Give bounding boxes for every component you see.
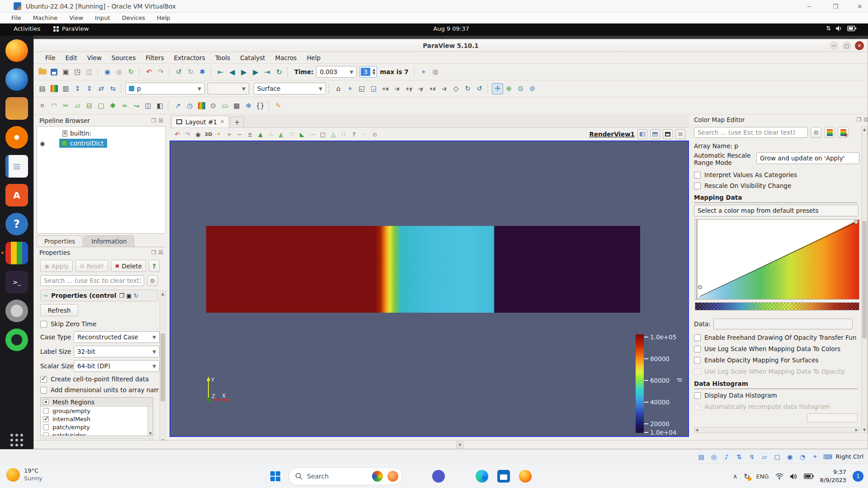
properties-scrollbar[interactable]: ▲▼ [160, 291, 166, 444]
view-name-label[interactable]: RenderView1 [590, 131, 635, 138]
paraview-menu-item[interactable]: Tools [210, 54, 235, 61]
pick-center-icon[interactable]: ⊘ [527, 83, 538, 94]
taskbar-explorer-icon[interactable] [408, 467, 426, 485]
save-preset-icon[interactable]: e [838, 127, 849, 138]
colormap-search-input[interactable] [694, 127, 808, 138]
first-frame-icon[interactable]: ⇤ [215, 66, 226, 78]
dock-files-icon[interactable] [5, 97, 28, 120]
zoom-closest-icon[interactable]: ◲ [368, 83, 379, 94]
auto-recompute-checkbox[interactable]: Automatically recompute data histogram [694, 403, 830, 410]
auto-apply-icon[interactable]: ✱ [197, 66, 208, 78]
vbox-menu-item[interactable]: Help [151, 14, 176, 21]
freehand-drawing-checkbox[interactable]: Enable Freehand Drawing Of Opacity Trans… [694, 334, 856, 341]
vbox-menu-item[interactable]: Input [89, 14, 116, 21]
taskbar-documents-icon[interactable] [451, 467, 469, 485]
refresh-button[interactable]: Refresh [40, 304, 78, 316]
dock-help-icon[interactable]: ? [5, 213, 28, 235]
show-center-icon[interactable]: ⊕ [503, 83, 514, 94]
help-button[interactable]: ? [149, 260, 160, 272]
close-tab-icon[interactable]: ✕ [220, 119, 224, 125]
vm-usb-icon[interactable]: ↯ [748, 452, 756, 461]
paraview-menu-item[interactable]: Macros [270, 54, 302, 61]
reset-camera-closest-icon[interactable]: ◱ [356, 83, 368, 94]
reset-button[interactable]: ⊘Reset [75, 260, 108, 272]
taskbar-firefox-icon[interactable] [516, 467, 534, 485]
temporal-interpolator-icon[interactable]: ❄ [243, 100, 254, 111]
vm-keyboard-icon[interactable]: ⌨ [824, 452, 832, 461]
vm-network-icon[interactable]: ⇅ [735, 452, 744, 461]
vm-shared-folders-icon[interactable]: ▱ [760, 452, 769, 461]
dock-software-icon[interactable]: A [5, 184, 28, 206]
vm-display-icon[interactable]: ▢ [773, 452, 782, 461]
rescale-to-data-icon[interactable]: ↕ [72, 83, 83, 94]
view-minus-y-icon[interactable]: -y [415, 83, 426, 94]
view-plus-x-icon[interactable]: +x [380, 83, 391, 94]
layout-tab[interactable]: Layout #1 ✕ [171, 116, 229, 127]
gear-icon[interactable]: ⚙ [147, 275, 158, 286]
color-array-combo[interactable]: p ▼ [125, 83, 205, 94]
vbox-maximize-button[interactable]: ❐ [831, 2, 840, 11]
dock-paraview-icon[interactable] [5, 242, 28, 264]
clear-selection-icon[interactable]: ⊘ [370, 129, 380, 139]
toggle-selection-icon[interactable]: ± [245, 129, 255, 139]
connect-icon[interactable]: ◉ [102, 66, 113, 78]
visibility-eye-icon[interactable]: ◉ [40, 140, 45, 147]
rotate-90-ccw-icon[interactable]: ↺ [474, 83, 485, 94]
paraview-menu-item[interactable]: Edit [61, 54, 82, 61]
properties-search-input[interactable] [40, 275, 144, 286]
dimensional-units-checkbox[interactable]: Add dimensional units to array nam [40, 386, 159, 394]
select-points-frustum-icon[interactable]: ∵ [287, 129, 297, 139]
mesh-list-scrollbar[interactable]: ▼ [147, 407, 153, 436]
disconnect-icon[interactable]: ◎ [113, 66, 125, 78]
redo-icon[interactable]: ↷ [155, 66, 166, 78]
maximize-view-button[interactable] [663, 129, 673, 139]
interpret-categories-checkbox[interactable]: Interpret Values As Categories [694, 171, 797, 178]
snapshot-icon[interactable]: ◍ [430, 66, 441, 78]
battery-icon[interactable] [804, 474, 814, 479]
toggle-3d-icon[interactable]: 3D [203, 129, 213, 139]
taskbar-teams-icon[interactable] [429, 467, 448, 485]
slice-icon[interactable]: ▱ [72, 100, 83, 111]
dock-rhythmbox-icon[interactable] [5, 126, 28, 149]
vbox-minimize-button[interactable]: ─ [805, 2, 814, 11]
threshold-icon[interactable]: ⊟ [84, 100, 95, 111]
paraview-menu-item[interactable]: Filters [141, 54, 169, 61]
extract-block-icon[interactable]: ◧ [154, 100, 165, 111]
center-rotation-toggle-icon[interactable]: ✛ [492, 83, 503, 94]
spin-arrows-icon[interactable]: ▲▼ [371, 68, 377, 75]
group-datasets-icon[interactable]: ◫ [142, 100, 154, 111]
dock-writer-icon[interactable]: ≡ [5, 155, 28, 178]
rescale-visibility-checkbox[interactable]: Rescale On Visibility Change [694, 182, 797, 189]
select-points-rect-icon[interactable]: ∴ [266, 129, 276, 139]
cme-scrollbar[interactable]: ▲▼ [861, 126, 868, 433]
float-panel-icon[interactable]: ❐ [151, 249, 156, 256]
log-scale-colors-checkbox[interactable]: Use Log Scale When Mapping Data To Color… [694, 345, 856, 352]
stream-tracer-icon[interactable]: ≈ [119, 100, 130, 111]
mesh-region-internalmesh[interactable]: internalMesh [41, 415, 153, 423]
plot-selection-time-icon[interactable]: ◷ [184, 100, 195, 111]
tf-control-point-end[interactable] [854, 220, 858, 224]
split-horizontal-button[interactable] [637, 129, 647, 139]
select-cells-frustum-icon[interactable]: ◭ [276, 129, 286, 139]
paraview-minimize-button[interactable]: ─ [830, 41, 839, 50]
reset-center-icon[interactable]: ⊙ [515, 83, 526, 94]
properties-section-header[interactable]: − Properties (control ❐ ▣ ↻ [40, 290, 158, 301]
new-layout-tab-button[interactable]: + [230, 117, 244, 127]
next-frame-icon[interactable]: ▶ [250, 66, 261, 78]
export-scene-icon[interactable]: ◳ [72, 66, 83, 78]
paraview-close-button[interactable]: ✕ [855, 41, 864, 50]
mesh-region-patch-empty[interactable]: patch/empty [41, 423, 153, 431]
render-viewport[interactable]: 1.0e+05800006000040000200001.0e+04 p Y Z… [170, 141, 689, 437]
plot-over-line-icon[interactable]: ↗ [172, 100, 184, 111]
select-points-polygon-icon[interactable]: ⋯ [307, 129, 317, 139]
vm-features-icon[interactable]: ◔ [798, 452, 807, 461]
close-panel-icon[interactable]: ☒ [863, 117, 868, 123]
tri-state-checkbox[interactable] [43, 399, 49, 405]
loop-icon[interactable]: ↻ [274, 66, 285, 78]
restore-defaults-icon[interactable]: ↻ [134, 292, 139, 299]
clip-icon[interactable]: ✂ [60, 100, 71, 111]
open-icon[interactable]: ▨ [37, 66, 48, 78]
float-panel-icon[interactable]: ❐ [151, 117, 156, 124]
component-combo[interactable]: ▼ [208, 83, 249, 94]
view-plus-y-icon[interactable]: +y [403, 83, 415, 94]
